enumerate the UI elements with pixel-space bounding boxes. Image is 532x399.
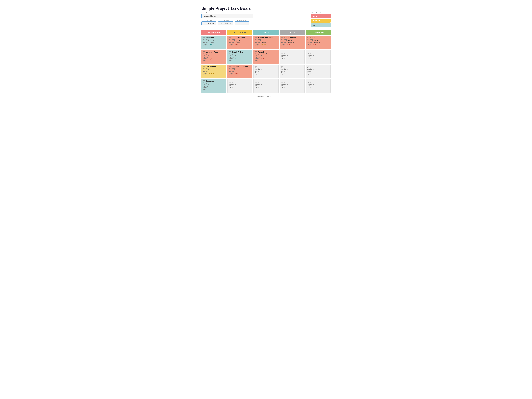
priority-level-label: Level (203, 59, 209, 61)
footer: Smartsheet Inc. ©2025 (201, 96, 331, 98)
priority-stack: PriorityLevel (281, 87, 287, 90)
date-due-label: Date Due (203, 42, 209, 43)
date-due-label: Date Due (255, 71, 261, 72)
description-row: Description (229, 82, 251, 83)
priority-level-label: Level (229, 59, 235, 61)
task-card[interactable]: TaskDescriptionAssigned ToDate DuePriori… (305, 79, 331, 93)
priority-row: PriorityLevel Medium (255, 44, 277, 47)
task-label: Task (229, 51, 231, 52)
task-card[interactable]: TaskCharter RevisionsDescriptionAssigned… (228, 36, 253, 49)
assigned-to-row: Assigned To Beth V (203, 40, 225, 42)
priority-level-label: Level (281, 88, 287, 90)
priority-stack: PriorityLevel (203, 58, 209, 61)
priority-stack: PriorityLevel (307, 72, 313, 75)
page-title: Simple Project Task Board (201, 6, 331, 11)
task-card[interactable]: TaskScope + Goal SettingDescriptionAssig… (253, 36, 279, 49)
task-row: TaskMarketing Campaign (229, 66, 251, 67)
assigned-to-row: Assigned To (281, 69, 303, 70)
priority-row: PriorityLevel (307, 58, 329, 61)
assigned-to-label: Assigned To (229, 40, 235, 42)
task-card[interactable]: TaskDescriptionAssigned ToDate DuePriori… (253, 79, 279, 93)
priority-level-label: Level (255, 59, 261, 61)
date-due-label: Date Due (229, 71, 235, 72)
task-card[interactable]: TaskMarketing ReportDescriptionAssigned … (201, 50, 227, 64)
priority-value: Medium (209, 73, 214, 74)
description-row: Description (203, 53, 225, 55)
description-row: Description (307, 39, 329, 40)
task-card[interactable]: TaskDescriptionAssigned ToDate DuePriori… (253, 65, 279, 78)
priority-row: PriorityLevel Low (229, 58, 251, 61)
priority-value: Medium (261, 44, 266, 45)
end-date-value[interactable]: 07/16/2035 (218, 21, 233, 26)
priority-level-label: Level (203, 45, 209, 46)
task-card[interactable]: TaskProject InitiationDescriptionAssigne… (279, 36, 304, 49)
priority-level-label: Level (229, 45, 235, 46)
task-card[interactable]: TaskProject CharterDescriptionAssigned T… (305, 36, 331, 49)
priority-row: PriorityLevel High (307, 44, 329, 47)
task-card[interactable]: TaskDescriptionAssigned ToDate DuePriori… (228, 79, 253, 93)
description-label: Description (255, 67, 261, 69)
assigned-to-row: Assigned To (229, 55, 251, 56)
priority-stack: PriorityLevel (307, 44, 313, 47)
priority-label: Priority (281, 58, 287, 59)
assigned-to-row: Assigned To Kylie R (229, 40, 251, 42)
project-name-field[interactable]: Project Name (201, 14, 253, 18)
column-in-progress: In ProgressTaskCharter RevisionsDescript… (228, 30, 253, 94)
task-row: TaskProject Initiation (281, 37, 303, 39)
task-row: TaskDevs Meeting (203, 66, 225, 67)
date-due-row: Date Due (229, 71, 251, 72)
task-card[interactable]: TaskDescriptionAssigned ToDate DuePriori… (305, 50, 331, 64)
description-row: Description (229, 68, 251, 69)
task-name: Project Charter (310, 37, 322, 39)
task-row: Task (229, 80, 251, 82)
priority-label: Priority (281, 72, 287, 74)
priority-label: Priority (229, 58, 235, 59)
task-card[interactable]: TaskDescriptionAssigned ToDate DuePriori… (279, 65, 304, 78)
task-name: Devs Meeting (206, 66, 216, 67)
description-label: Description (229, 68, 235, 69)
date-due-label: Date Due (281, 85, 287, 86)
assigned-to-row: Assigned To (255, 84, 277, 85)
page-container: Simple Project Task Board Project Name P… (198, 3, 334, 100)
priority-row: PriorityLevel High (203, 58, 225, 61)
date-due-label: Date Due (307, 56, 313, 58)
priority-row: PriorityLevel High (281, 44, 303, 47)
assigned-to-value: Malik M (288, 40, 292, 42)
priority-value: Low (209, 44, 212, 45)
task-card[interactable]: TaskMarketing CampaignDescriptionAssigne… (228, 65, 253, 78)
task-card[interactable]: TaskDevs MeetingDescriptionAssigned ToDa… (201, 65, 227, 78)
task-label: Task (307, 66, 310, 67)
column-delayed: DelayedTaskScope + Goal SettingDescripti… (253, 30, 279, 94)
task-card[interactable]: TaskDebug AppDescriptionAssigned ToDate … (201, 79, 227, 93)
date-due-row: Date Due 00/00/0000 (307, 42, 329, 43)
date-due-value: 00/00/0000 (287, 42, 293, 43)
task-card[interactable]: TaskProjectionsDescriptionAssigned To Be… (201, 36, 227, 49)
priority-stack: PriorityLevel (281, 58, 287, 61)
start-date-value[interactable]: 05/25/2035 (201, 21, 216, 26)
assigned-to-label: Assigned To (255, 84, 262, 85)
task-label: Task (281, 66, 284, 67)
board: Not StartedTaskProjectionsDescriptionAss… (201, 30, 331, 94)
description-label: Description (307, 39, 313, 40)
assigned-to-row: Assigned To (307, 69, 329, 70)
task-card[interactable]: TaskDescriptionAssigned ToDate DuePriori… (279, 50, 304, 64)
date-due-row: Date Due (307, 71, 329, 72)
task-name: Projections (206, 37, 215, 39)
task-card[interactable]: TaskDescriptionAssigned ToDate DuePriori… (305, 65, 331, 78)
top-section: Project Name Project Name Start Date 05/… (201, 12, 331, 27)
task-card[interactable]: TaskSample ArticleDescriptionAssigned To… (228, 50, 253, 64)
date-due-row: Date Due (307, 85, 329, 86)
description-row: Description (281, 53, 303, 54)
description-row: DescriptionKanban Board (255, 53, 277, 55)
column-not-started: Not StartedTaskProjectionsDescriptionAss… (201, 30, 227, 94)
task-card[interactable]: TaskTutorialDescriptionKanban BoardAssig… (253, 50, 279, 64)
assigned-to-row: Assigned To (203, 55, 225, 56)
priority-row: PriorityLevel (307, 87, 329, 90)
description-label: Description (229, 39, 235, 40)
description-row: Description (203, 68, 225, 69)
task-card[interactable]: TaskDescriptionAssigned ToDate DuePriori… (279, 79, 304, 93)
assigned-to-label: Assigned To (281, 84, 288, 85)
priority-value: High (313, 44, 316, 45)
priority-value: High (209, 58, 212, 59)
date-due-row: Date Due (255, 85, 277, 86)
